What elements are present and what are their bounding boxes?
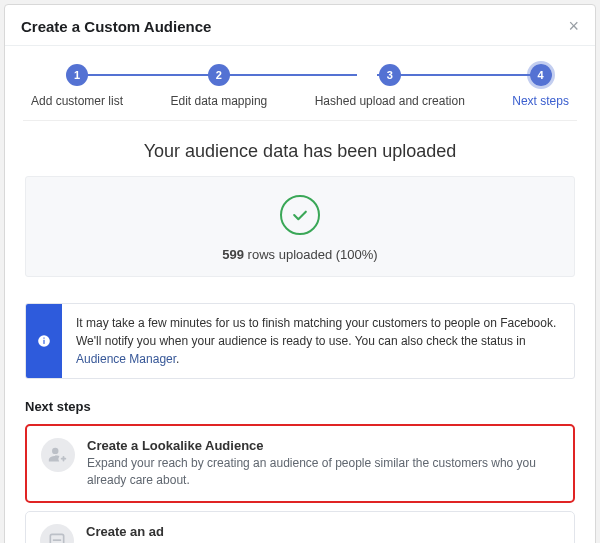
rows-count: 599 [222, 247, 244, 262]
step-circle: 4 [530, 64, 552, 86]
lookalike-audience-icon [41, 438, 75, 472]
create-ad-card[interactable]: Create an ad Start building an ad now to… [25, 511, 575, 543]
step-label: Hashed upload and creation [315, 94, 465, 108]
modal-content: Your audience data has been uploaded 599… [5, 121, 595, 543]
info-prefix: It may take a few minutes for us to fini… [76, 316, 556, 348]
create-lookalike-audience-card[interactable]: Create a Lookalike Audience Expand your … [25, 424, 575, 503]
close-icon[interactable]: × [568, 17, 579, 35]
custom-audience-modal: Create a Custom Audience × 1 Add custome… [4, 4, 596, 543]
svg-rect-3 [50, 534, 63, 543]
modal-header: Create a Custom Audience × [5, 5, 595, 46]
next-steps-title: Next steps [25, 399, 575, 414]
option-title: Create a Lookalike Audience [87, 438, 559, 453]
svg-rect-2 [43, 338, 44, 339]
modal-title: Create a Custom Audience [21, 18, 211, 35]
upload-result-panel: 599 rows uploaded (100%) [25, 176, 575, 277]
upload-heading: Your audience data has been uploaded [25, 141, 575, 162]
step-label: Next steps [512, 94, 569, 108]
rows-suffix: rows uploaded (100%) [244, 247, 378, 262]
create-ad-icon [40, 524, 74, 543]
option-title: Create an ad [86, 524, 370, 539]
info-icon [26, 304, 62, 378]
step-hashed-upload[interactable]: 3 Hashed upload and creation [315, 64, 465, 108]
option-body: Create a Lookalike Audience Expand your … [87, 438, 559, 489]
step-circle: 1 [66, 64, 88, 86]
success-check-icon [280, 195, 320, 235]
audience-manager-link[interactable]: Audience Manager [76, 352, 176, 366]
step-label: Add customer list [31, 94, 123, 108]
step-circle: 2 [208, 64, 230, 86]
svg-rect-4 [53, 539, 61, 541]
step-circle: 3 [379, 64, 401, 86]
info-box: It may take a few minutes for us to fini… [25, 303, 575, 379]
info-suffix: . [176, 352, 179, 366]
info-text: It may take a few minutes for us to fini… [62, 304, 574, 378]
step-add-customer-list[interactable]: 1 Add customer list [31, 64, 123, 108]
step-next-steps[interactable]: 4 Next steps [512, 64, 569, 108]
option-body: Create an ad Start building an ad now to… [86, 524, 370, 543]
rows-uploaded-text: 599 rows uploaded (100%) [38, 247, 562, 262]
option-desc: Expand your reach by creating an audienc… [87, 455, 559, 489]
step-label: Edit data mapping [171, 94, 268, 108]
step-edit-data-mapping[interactable]: 2 Edit data mapping [171, 64, 268, 108]
svg-rect-1 [43, 340, 44, 344]
stepper: 1 Add customer list 2 Edit data mapping … [5, 46, 595, 116]
